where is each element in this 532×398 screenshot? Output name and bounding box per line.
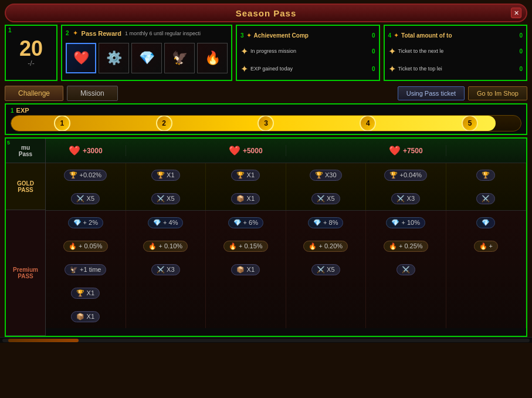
stats-box-3-header: 3 ✦ Achievement Comp 0 [240, 32, 375, 39]
gold-item-1-3: ⚔️ X5 [286, 187, 367, 210]
exp-corner: 1 [11, 107, 14, 114]
premium-item-1-0: 🔥 + 0.05% [46, 234, 126, 258]
gold-pill-1-0: ⚔️ X5 [71, 193, 100, 204]
reward-icon-4[interactable]: 🔥 [197, 43, 228, 73]
gold-item-0-0: 🏆 +0.02% [46, 163, 126, 187]
gold-pass-rows: 🏆 +0.02% 🏆 X1 🏆 X1 🏆 X30 🏆 +0.04% [46, 163, 526, 211]
stats-4-num-1: 0 [519, 66, 523, 72]
exp-milestones: 1 2 3 4 5 [11, 116, 521, 131]
scroll-thumb[interactable] [8, 339, 79, 342]
pass-reward-subtitle: 1 monthly 6 until regular inspecti [125, 31, 201, 36]
premium-item-4-3 [286, 305, 367, 328]
premium-item-1-3: 🔥 + 0.20% [286, 234, 367, 258]
pass-reward-title: Pass Reward [82, 30, 121, 37]
player-level-box: 1 20 -/- [5, 25, 57, 81]
premium-row-3: 🏆 X1 [46, 281, 526, 305]
stats-section: 3 ✦ Achievement Comp 0 ✦ In progress mis… [236, 25, 527, 83]
premium-pill-2-2: 📦 X1 [231, 264, 260, 275]
gold-pill-1-5: ⚔️ [476, 193, 495, 204]
reward-icons-row: ❤️ ⚙️ 💎 🦅 🔥 [66, 39, 228, 76]
premium-row-2: 🦅 +1 time ⚔️ X3 📦 X1 ⚔️ X5 ⚔️ [46, 258, 526, 281]
player-box-corner: 1 [8, 27, 12, 33]
exp-milestone-2: 2 [156, 115, 172, 131]
rewards-grid-area: 5 mu Pass GOLD PASS Premium PASS ❤️ +300… [5, 137, 527, 337]
premium-pass-rows: 💎 + 2% 💎 + 4% 💎 + 6% 💎 + 8% 💎 + 10% [46, 211, 526, 328]
premium-item-2-1: ⚔️ X3 [126, 258, 206, 281]
reward-icon-2[interactable]: 💎 [131, 43, 162, 73]
premium-item-3-4 [366, 281, 446, 305]
gold-pill-0-0: 🏆 +0.02% [64, 170, 107, 181]
mu-item-0: ❤️ +3000 [46, 145, 126, 156]
premium-item-4-2 [206, 305, 286, 328]
mu-val-0: +3000 [83, 147, 103, 155]
premium-pill-0-4: 💎 + 10% [386, 217, 425, 228]
stats-box-4-header: 4 ✦ Total amount of to 0 [388, 32, 523, 39]
using-pass-ticket-button[interactable]: Using Pass ticket [398, 86, 465, 100]
premium-pill-0-2: 💎 + 6% [228, 217, 263, 228]
premium-item-3-2 [206, 281, 286, 305]
premium-pill-2-4: ⚔️ [397, 264, 415, 275]
stats-3-row-0: ✦ In progress mission 0 [240, 46, 375, 57]
premium-item-1-4: 🔥 + 0.25% [366, 234, 446, 258]
reward-icon-1[interactable]: ⚙️ [99, 43, 129, 73]
mu-pass-row: ❤️ +3000 ❤️ +5000 ❤️ +7500 [46, 139, 526, 163]
premium-pill-1-5: 🔥 + [474, 241, 498, 252]
stats-4-num-0: 0 [519, 48, 523, 55]
premium-pill-2-0: 🦅 +1 time [65, 264, 106, 275]
premium-item-2-2: 📦 X1 [206, 258, 286, 281]
player-level: 20 [19, 38, 43, 59]
exp-area: 1 EXP 1 2 3 4 5 [5, 103, 527, 135]
pass-reward-header: 2 ✦ Pass Reward 1 monthly 6 until regula… [66, 29, 228, 37]
title-bar: Season Pass ✕ [5, 4, 527, 22]
gold-row-0: 🏆 +0.02% 🏆 X1 🏆 X1 🏆 X30 🏆 +0.04% [46, 163, 526, 187]
gold-pill-0-5: 🏆 [476, 170, 495, 181]
go-to-shop-button[interactable]: Go to Im Shop [468, 86, 527, 100]
premium-item-4-0: 📦 X1 [46, 305, 126, 328]
premium-item-3-1 [126, 281, 206, 305]
mu-pass-text: mu Pass [19, 144, 32, 157]
stats-4-row-0: ✦ Ticket to the next le 0 [388, 46, 523, 57]
premium-item-1-1: 🔥 + 0.10% [126, 234, 206, 258]
gold-pill-1-3: ⚔️ X5 [311, 193, 340, 204]
stats-4-label-0: Ticket to the next le [398, 48, 520, 54]
premium-pass-text: Premium PASS [13, 267, 38, 279]
mu-icon-4: ❤️ [389, 145, 401, 156]
tab-challenge[interactable]: Challenge [5, 86, 63, 101]
premium-pill-1-2: 🔥 + 0.15% [223, 241, 268, 252]
premium-pill-1-4: 🔥 + 0.25% [384, 241, 428, 252]
stats-4-val: 0 [519, 32, 523, 39]
stats-box-3: 3 ✦ Achievement Comp 0 ✦ In progress mis… [236, 25, 380, 81]
gold-pass-label: GOLD PASS [6, 163, 45, 210]
exp-milestone-1: 1 [54, 115, 70, 131]
gold-item-0-3: 🏆 X30 [286, 163, 367, 187]
rewards-scroll[interactable]: ❤️ +3000 ❤️ +5000 ❤️ +7500 [46, 139, 526, 336]
mu-item-2: ❤️ +5000 [206, 145, 286, 156]
gold-pill-1-4: ⚔️ X3 [391, 193, 420, 204]
premium-pill-4-0: 📦 X1 [71, 311, 100, 322]
stats-3-label-0: In progress mission [250, 48, 372, 54]
premium-pill-2-3: ⚔️ X5 [311, 264, 340, 275]
mu-pass-label: 5 mu Pass [6, 139, 45, 163]
stats-3-num-1: 0 [372, 66, 375, 72]
gold-item-1-5: ⚔️ [446, 187, 527, 210]
gold-item-1-1: ⚔️ X5 [126, 187, 206, 210]
reward-corner: 2 [66, 30, 69, 36]
stats-4-row-1: ✦ Ticket to the top lei 0 [388, 63, 523, 75]
stats-4-title: Total amount of to [401, 32, 517, 39]
mu-icon-2: ❤️ [229, 145, 240, 156]
tab-row: Challenge Mission Using Pass ticket Go t… [0, 83, 532, 103]
close-button[interactable]: ✕ [511, 8, 521, 18]
premium-item-3-5 [446, 281, 527, 305]
stats-3-corner: 3 [240, 32, 244, 39]
tab-mission[interactable]: Mission [67, 86, 118, 101]
stats-4-label-1: Ticket to the top lei [398, 66, 520, 72]
mu-pass-corner: 5 [7, 140, 10, 146]
premium-pill-1-3: 🔥 + 0.20% [303, 241, 348, 252]
premium-item-0-5: 💎 [446, 211, 527, 234]
exp-label: EXP [16, 107, 29, 114]
reward-icon-0[interactable]: ❤️ [66, 43, 96, 73]
reward-icon-3[interactable]: 🦅 [164, 43, 195, 73]
premium-item-0-3: 💎 + 8% [286, 211, 367, 234]
scroll-track[interactable] [2, 339, 530, 342]
premium-item-0-0: 💎 + 2% [46, 211, 126, 234]
